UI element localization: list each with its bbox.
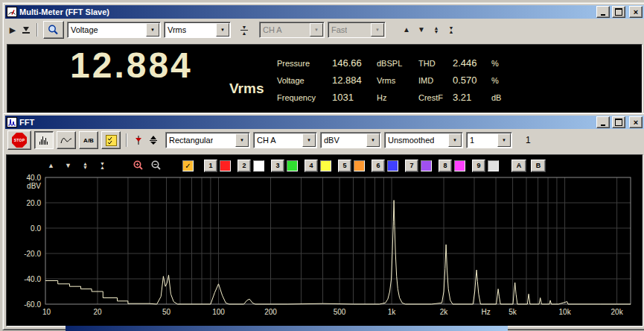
memory-button-b[interactable]: B xyxy=(531,160,546,172)
smoothing-view-button[interactable] xyxy=(57,131,76,149)
zoom-button[interactable] xyxy=(43,21,64,39)
averages-value: 1 xyxy=(470,136,474,145)
multimeter-titlebar[interactable]: Multi-Meter (FFT Slave) × xyxy=(5,5,644,19)
channel-combo[interactable]: CH A ▼ xyxy=(259,22,325,38)
svg-text:Hz: Hz xyxy=(481,308,490,316)
plot-scale-down-icon[interactable]: ▼ xyxy=(63,161,74,170)
stat-label: % xyxy=(491,76,509,85)
unit-combo-value: Vrms xyxy=(168,25,186,34)
memory-button-a[interactable]: A xyxy=(511,160,526,172)
overlay-color-swatch-6[interactable] xyxy=(387,160,398,171)
svg-text:200: 200 xyxy=(264,308,277,316)
window-function-combo[interactable]: Rectangular ▼ xyxy=(165,132,250,148)
overlay-color-swatch-1[interactable] xyxy=(220,160,231,171)
arrow-down-bar-shape xyxy=(22,27,30,34)
channel-combo-value: CH A xyxy=(263,25,282,34)
zoom-out-icon[interactable] xyxy=(150,160,163,171)
svg-text:10: 10 xyxy=(42,308,51,316)
combo-arrow-icon[interactable]: ▼ xyxy=(302,133,316,147)
run-icon[interactable]: ▶ xyxy=(7,25,18,35)
overlay-color-swatch-3[interactable] xyxy=(287,160,298,171)
overlay-button-8[interactable]: 8 xyxy=(439,160,452,172)
unit-combo[interactable]: Vrms ▼ xyxy=(164,22,231,38)
fft-close-button[interactable]: × xyxy=(629,116,643,128)
multimeter-toolbar: ▶ Voltage ▼ Vrms ▼ ▼ ▲ CH A xyxy=(5,19,644,41)
memory-buttons: AB xyxy=(511,160,550,172)
overlay-color-swatch-9[interactable] xyxy=(488,160,499,171)
smoothing-value: Unsmoothed xyxy=(388,136,434,145)
plot-expand-icon[interactable]: ▲▼ xyxy=(80,162,91,169)
overlay-group-7: 7 xyxy=(405,160,432,172)
multimeter-maximize-button[interactable] xyxy=(612,6,625,18)
combo-arrow-icon[interactable]: ▼ xyxy=(448,133,462,147)
svg-text:5k: 5k xyxy=(508,308,517,316)
stat-label: THD xyxy=(418,59,453,68)
parameter-combo[interactable]: Voltage ▼ xyxy=(67,22,161,38)
multimeter-minimize-button[interactable] xyxy=(596,6,610,18)
spectrum-view-button[interactable] xyxy=(34,131,54,149)
svg-text:10k: 10k xyxy=(559,308,572,316)
options-button[interactable] xyxy=(101,131,121,149)
peak-marker-icon[interactable] xyxy=(133,134,144,146)
overlay-button-4[interactable]: 4 xyxy=(305,160,318,172)
multimeter-close-button[interactable]: × xyxy=(629,6,643,18)
overlay-button-7[interactable]: 7 xyxy=(405,160,418,172)
speed-combo[interactable]: Fast ▼ xyxy=(328,22,386,38)
overlay-button-1[interactable]: 1 xyxy=(204,160,217,172)
fft-unit-combo[interactable]: dBV ▼ xyxy=(320,132,381,148)
svg-text:-40.0: -40.0 xyxy=(24,275,41,283)
svg-text:1k: 1k xyxy=(388,308,397,316)
svg-text:-20.0: -20.0 xyxy=(24,250,41,258)
zoom-in-icon[interactable] xyxy=(132,160,145,171)
peak-valley-marker-icon[interactable] xyxy=(147,134,159,146)
averages-combo[interactable]: 1 ▼ xyxy=(466,132,512,148)
overlay-color-swatch-8[interactable] xyxy=(454,160,465,171)
ab-compare-button[interactable]: A/B xyxy=(79,131,98,149)
auto-range-icon[interactable]: ▼ ▲ xyxy=(238,25,250,35)
fft-window-icon xyxy=(7,117,17,127)
overlay-button-5[interactable]: 5 xyxy=(338,160,351,172)
scale-down-icon[interactable]: ▼ xyxy=(415,25,427,34)
check-icon: ✓ xyxy=(185,162,191,170)
stat-value: 12.884 xyxy=(332,75,377,86)
expand-scale-icon[interactable]: ▲▼ xyxy=(430,26,442,34)
scale-up-icon[interactable]: ▲ xyxy=(401,25,412,34)
combo-arrow-icon: ▼ xyxy=(310,23,323,37)
stop-sign-icon: STOP xyxy=(12,133,27,148)
fft-titlebar[interactable]: FFT × xyxy=(5,116,644,129)
overlay-button-9[interactable]: 9 xyxy=(472,160,485,172)
peak-valley-shape xyxy=(147,134,159,146)
overlay-button-3[interactable]: 3 xyxy=(271,160,284,172)
combo-arrow-icon[interactable]: ▼ xyxy=(146,23,159,37)
fft-maximize-button[interactable] xyxy=(612,116,625,128)
overlay-color-swatch-2[interactable] xyxy=(253,160,264,171)
stat-label: Vrms xyxy=(377,76,418,85)
arrow-down-bar-icon[interactable] xyxy=(21,27,31,34)
meter-main-unit: Vrms xyxy=(229,81,264,97)
toolbar-separator xyxy=(126,133,127,147)
fft-channel-combo[interactable]: CH A ▼ xyxy=(253,132,317,148)
combo-arrow-icon[interactable]: ▼ xyxy=(366,133,380,147)
background-window-titlebar[interactable] xyxy=(66,326,508,331)
overlay-button-2[interactable]: 2 xyxy=(237,160,251,172)
fft-unit-value: dBV xyxy=(324,136,339,145)
stat-label: CrestF xyxy=(418,93,453,102)
plot-scale-up-icon[interactable]: ▲ xyxy=(45,161,57,170)
compress-scale-shape: ▼▲ xyxy=(449,26,454,34)
combo-arrow-icon[interactable]: ▼ xyxy=(497,133,511,147)
fft-minimize-button[interactable] xyxy=(596,116,610,128)
combo-arrow-icon[interactable]: ▼ xyxy=(235,133,249,147)
trace-enable-checkbox[interactable]: ✓ xyxy=(182,160,194,171)
plot-compress-icon[interactable]: ▼▲ xyxy=(97,162,108,169)
meter-stats: Pressure146.66dBSPLTHD2.446%Voltage12.88… xyxy=(277,54,509,106)
smoothing-combo[interactable]: Unsmoothed ▼ xyxy=(384,132,463,148)
spectrum-chart[interactable]: 40.020.00.0-20.0-40.0-60.0dBV10205010020… xyxy=(7,155,637,324)
stop-button[interactable]: STOP xyxy=(7,130,31,150)
combo-arrow-icon[interactable]: ▼ xyxy=(216,23,229,37)
overlay-color-swatch-5[interactable] xyxy=(354,160,365,171)
overlay-button-6[interactable]: 6 xyxy=(372,160,385,172)
overlay-color-swatch-4[interactable] xyxy=(320,160,331,171)
overlay-group-6: 6 xyxy=(372,160,398,172)
compress-scale-icon[interactable]: ▼▲ xyxy=(445,26,457,34)
overlay-color-swatch-7[interactable] xyxy=(421,160,432,171)
